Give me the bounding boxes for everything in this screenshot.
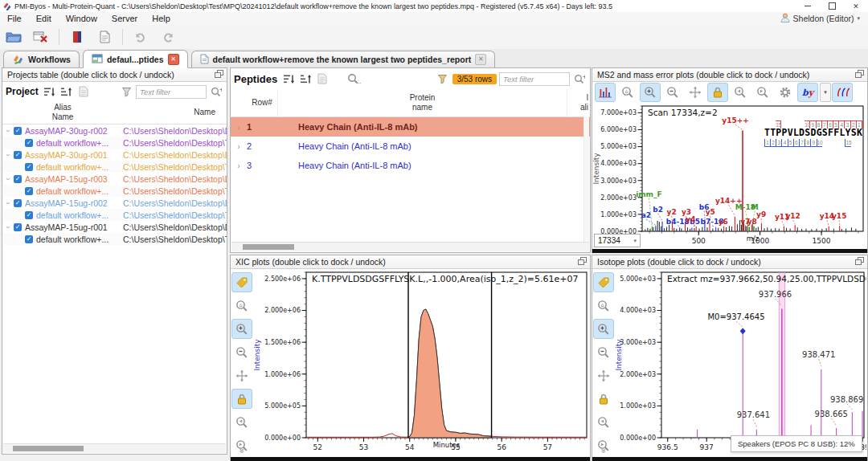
isotope-panel-titlebar[interactable]: Isotope plots (double click to dock / un… <box>592 255 867 269</box>
menu-edit[interactable]: Edit <box>29 12 59 25</box>
search-options-icon[interactable]: … <box>347 71 362 86</box>
project-row[interactable]: ›✓AssayMAP-15ug-r002C:\Users\Sheldon\Des… <box>2 197 227 209</box>
checkbox-checked[interactable]: ✓ <box>25 187 33 195</box>
expander-chevron-icon[interactable]: › <box>231 123 247 132</box>
lock-button[interactable] <box>231 389 252 409</box>
sort-ascending-icon[interactable] <box>298 71 313 86</box>
pan-button[interactable] <box>685 83 706 102</box>
checkbox-checked[interactable]: ✓ <box>25 211 33 219</box>
expander-chevron-icon[interactable]: › <box>231 161 247 170</box>
pan-button[interactable] <box>593 365 614 386</box>
tab-report[interactable]: default workflow+remove the known larges… <box>191 51 496 67</box>
column-row-number[interactable]: Row# <box>247 89 278 116</box>
sort-descending-icon[interactable] <box>43 84 57 99</box>
search-plus-icon[interactable]: + <box>572 71 587 86</box>
collapse-toolbar-icon[interactable]: « <box>600 449 608 454</box>
close-button[interactable]: ✕ <box>844 1 868 12</box>
isotope-plot[interactable]: 0.000e+001.000e+032.000e+033.000e+034.00… <box>615 269 867 457</box>
zoom-home-button[interactable]: ⌂ <box>231 296 252 316</box>
checkbox-checked[interactable]: ✓ <box>14 151 22 159</box>
open-project-button[interactable] <box>2 27 26 47</box>
zoom-out-button[interactable] <box>231 342 252 362</box>
expander-chevron-icon[interactable]: › <box>4 149 12 161</box>
ms2-panel-titlebar[interactable]: MS2 and mass error plots (double click t… <box>592 68 867 82</box>
zoom-prev-button[interactable] <box>231 412 252 432</box>
tab-close-icon[interactable]: ✕ <box>475 54 486 65</box>
column-alias-name[interactable]: AliasName <box>2 101 123 124</box>
filter-funnel-icon[interactable] <box>436 71 450 86</box>
zoom-out-button[interactable] <box>662 83 683 102</box>
lock-button[interactable] <box>707 83 728 102</box>
pan-button[interactable] <box>231 365 252 386</box>
checkbox-checked[interactable]: ✓ <box>25 163 33 171</box>
projects-text-filter-input[interactable] <box>136 85 207 99</box>
workflow-row[interactable]: ✓default workflow+...C:\Users\Sheldon\De… <box>2 185 227 197</box>
zoom-home-button[interactable]: ⌂ <box>617 83 638 102</box>
checkbox-checked[interactable]: ✓ <box>14 175 22 183</box>
expander-chevron-icon[interactable]: › <box>4 198 12 209</box>
scan-number-dropdown[interactable]: 17334 ▾ <box>594 234 641 247</box>
xic-panel-titlebar[interactable]: XIC plots (double click to dock / undock… <box>231 255 590 269</box>
menu-help[interactable]: Help <box>145 12 178 25</box>
peptides-text-filter-input[interactable] <box>499 72 570 86</box>
sort-ascending-icon[interactable] <box>59 84 74 99</box>
project-row[interactable]: ›✓AssayMAP-30ug-r001C:\Users\Sheldon\Des… <box>2 149 227 161</box>
copy-table-icon[interactable] <box>315 71 330 86</box>
lock-button[interactable] <box>593 389 614 409</box>
user-menu[interactable]: Sheldon (Editor) ▾ <box>780 13 868 24</box>
tab-workflows[interactable]: Workflows <box>3 51 80 67</box>
zoom-prev-button[interactable] <box>593 412 614 432</box>
dock-icon[interactable] <box>855 70 864 80</box>
checkbox-checked[interactable]: ✓ <box>14 199 22 207</box>
workflow-editor-button[interactable] <box>65 27 89 47</box>
zoom-home-button[interactable]: ⌂ <box>593 296 614 316</box>
workflow-row[interactable]: ✓default workflow+...C:\Users\Sheldon\De… <box>2 137 227 149</box>
checkbox-checked[interactable]: ✓ <box>14 127 22 135</box>
project-row[interactable]: ›✓AssayMAP-30ug-r002C:\Users\Sheldon\Des… <box>2 124 227 137</box>
dock-icon[interactable] <box>215 70 223 80</box>
expander-chevron-icon[interactable]: › <box>4 125 12 137</box>
workflow-row[interactable]: ✓default workflow+...C:\Users\Sheldon\De… <box>2 209 227 221</box>
xic-plot[interactable]: 0.000e+005.000e+051.000e+061.500e+062.00… <box>253 269 590 457</box>
column-name[interactable]: Name <box>123 101 227 124</box>
scrollbar-thumb[interactable] <box>243 244 294 250</box>
workflow-row[interactable]: ✓default workflow+...C:\Users\Sheldon\De… <box>2 161 227 173</box>
tag-button[interactable] <box>593 272 614 292</box>
search-plus-icon[interactable]: + <box>209 84 223 99</box>
spectrum-button[interactable] <box>595 83 616 102</box>
gear-button[interactable] <box>775 83 796 102</box>
expander-chevron-icon[interactable]: › <box>231 142 247 151</box>
minimize-button[interactable] <box>796 1 820 12</box>
checkbox-checked[interactable]: ✓ <box>14 223 22 231</box>
projects-panel-titlebar[interactable]: Projects table (double click to dock / u… <box>2 68 227 82</box>
dock-icon[interactable] <box>855 257 864 267</box>
expander-chevron-icon[interactable]: › <box>4 222 12 233</box>
by-ion-dropdown-button[interactable]: ▾ <box>820 83 831 102</box>
project-row[interactable]: ›✓AssayMAP-15ug-r003C:\Users\Sheldon\Des… <box>2 173 227 185</box>
peptide-row[interactable]: ›3Heavy Chain (Anti-IL-8 mAb) <box>231 156 590 175</box>
zoom-in-button[interactable] <box>593 319 614 339</box>
undo-button[interactable] <box>129 27 153 47</box>
checkbox-checked[interactable]: ✓ <box>25 139 33 147</box>
tag-button[interactable] <box>231 272 252 292</box>
column-protein-name[interactable]: Proteinname <box>278 89 567 116</box>
dock-icon[interactable] <box>578 257 587 267</box>
menu-file[interactable]: File <box>0 12 29 25</box>
column-protein-alias-partial[interactable]: lali <box>567 89 590 116</box>
zoom-in-button[interactable] <box>231 319 252 339</box>
filter-funnel-icon[interactable] <box>119 84 133 99</box>
menu-window[interactable]: Window <box>59 12 104 25</box>
zoom-prev-button[interactable] <box>730 83 751 102</box>
checkbox-checked[interactable]: ✓ <box>25 235 33 243</box>
fragment-ions-button[interactable] <box>832 83 853 102</box>
expander-chevron-icon[interactable]: › <box>4 173 12 185</box>
close-project-button[interactable] <box>29 27 53 47</box>
ms2-plot[interactable]: 0.000e+001.000e+032.000e+033.000e+034.00… <box>592 103 867 249</box>
menu-server[interactable]: Server <box>104 12 145 25</box>
zoom-out-button[interactable] <box>593 342 614 362</box>
peptide-row[interactable]: ›2Heavy Chain (Anti-IL-8 mAb) <box>231 137 590 156</box>
by-ion-toggle-button[interactable]: by <box>797 83 818 102</box>
maximize-button[interactable] <box>820 1 844 12</box>
collapse-toolbar-icon[interactable]: « <box>238 449 247 454</box>
peptides-vertical-scrollbar[interactable] <box>583 116 589 243</box>
